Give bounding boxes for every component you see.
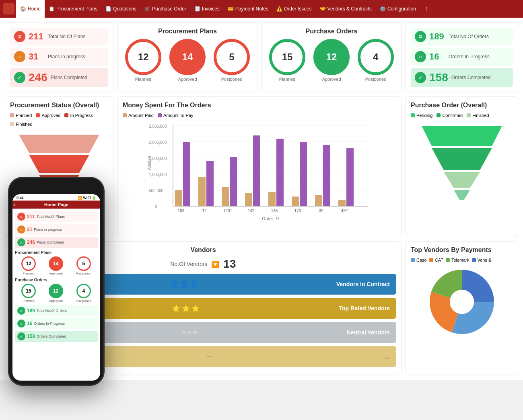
plans-progress-icon: ○ [14, 51, 25, 62]
top-vendors-legend: Caso CAT Telemark Vens & [411, 258, 513, 262]
legend-finished: Finished [10, 122, 33, 127]
phone-po-approved-circle: 12 Approved [49, 284, 63, 303]
bar-432-topay [346, 148, 354, 206]
cat-dot [429, 258, 433, 262]
vens-legend: Vens & [472, 258, 492, 262]
nav-item-invoices[interactable]: 🧾 Invoices [190, 0, 224, 18]
phone-total-plans: ≡ 211 Total No.Of Plans [15, 211, 98, 222]
caso-legend: Caso [411, 258, 427, 262]
plans-completed-row: ✓ 246 Plans Completed [10, 68, 108, 87]
po-postponed-circle: 4 [358, 39, 394, 75]
vendors-icon: 🤝 [320, 6, 326, 12]
phone-po-postponed-circle: 4 Postponed [76, 284, 91, 303]
svg-text:32: 32 [319, 209, 323, 213]
money-chart-legend: Amount Paid Amount To Pay [123, 113, 396, 118]
total-orders-icon: ≡ [415, 31, 426, 42]
bar-12-paid [198, 177, 206, 206]
approved-label: Approved [178, 77, 197, 82]
plans-in-progress-row: ○ 31 Plans in progress [10, 48, 108, 66]
planned-circle-item: 12 Planned [125, 39, 161, 82]
bar-32-topay [323, 145, 330, 206]
orders-progress-icon: ○ [415, 51, 426, 62]
nav-item-configuration[interactable]: ⚙️ Configuration [376, 0, 420, 18]
quotations-icon: 📄 [105, 6, 111, 12]
phone-content: ≡ 211 Total No.Of Plans ○ 31 Plans in pr… [12, 209, 100, 346]
caso-dot [411, 258, 415, 262]
phone-back-icon[interactable]: ‹ [13, 201, 15, 208]
total-plans-row: ≡ 211 Total No.Of Plans [10, 28, 108, 45]
nav-item-vendors-contracts[interactable]: 🤝 Vendors & Contracts [316, 0, 376, 18]
nav-item-home[interactable]: 🏠 Home [16, 0, 45, 18]
bar-103-paid [175, 190, 182, 206]
postponed-circle-item: 5 Postponed [214, 39, 250, 82]
bar-145-paid [268, 192, 276, 206]
orders-in-progress-row: ○ 16 Orders In-Progress [411, 48, 513, 66]
phone-screen: 9:41 📶 WiFi 🔋 ‹ Home Page ≡ 211 Total No… [12, 194, 100, 381]
phone-mockup: 9:41 📶 WiFi 🔋 ‹ Home Page ≡ 211 Total No… [8, 177, 105, 386]
planned-circle: 12 [125, 39, 161, 75]
phone-po-planned-circle: 15 Planned [21, 284, 36, 303]
total-plans-icon: ≡ [14, 31, 25, 42]
bar-173-paid [292, 197, 299, 206]
purchase-order-overall-title: Purchase Order (Overall) [411, 102, 513, 109]
telemark-legend: Telemark [446, 258, 469, 262]
nav-item-order-issues[interactable]: ⚠️ Order Issues [272, 0, 316, 18]
phone-approved-circle: 14 Approved [49, 256, 63, 275]
po-approved-circle: 12 [313, 39, 350, 75]
phone-plans-completed: ✓ 246 Plans Completed [15, 237, 98, 248]
orders-completed-icon: ✓ [415, 72, 426, 83]
procurement-plans-circles: Procurement Plans 12 Planned 14 Approved [117, 23, 257, 92]
po-approved-circle-item: 12 Approved [313, 39, 350, 82]
amount-to-pay-dot [158, 113, 162, 117]
nav-item-payment-notes[interactable]: 💳 Payment Notes [224, 0, 272, 18]
top-navigation: 🏠 Home 📋 Procurement Plans 📄 Quotations … [0, 0, 523, 18]
po-pending-legend: Pending [411, 113, 432, 118]
bar-chart-svg: 2,500,000 2,000,000 1,500,000 1,000,000 … [123, 122, 396, 230]
bar-432-paid [338, 200, 346, 206]
funnel-level-2 [29, 155, 89, 173]
purchase-circles-row: 15 Planned 12 Approved 4 Po [267, 39, 396, 82]
order-issues-icon: ⚠️ [276, 6, 282, 12]
plans-completed-icon: ✓ [14, 72, 25, 83]
approved-dot [36, 113, 40, 117]
nav-item-more[interactable]: ⋮ [420, 0, 433, 18]
po-planned-label: Planned [279, 77, 295, 82]
legend-in-progress: In Progress [64, 113, 93, 118]
vendors-count-label: No.Of Vendors [171, 261, 208, 267]
phone-status-bar: 9:41 📶 WiFi 🔋 [12, 194, 100, 201]
configuration-icon: ⚙️ [380, 6, 386, 12]
phone-orders-circles: 15 Planned 12 Approved 4 Po [15, 284, 98, 303]
nav-item-quotations[interactable]: 📄 Quotations [101, 0, 140, 18]
po-funnel-svg [418, 122, 506, 202]
bar-1231-topay [230, 157, 237, 206]
po-planned-circle: 15 [269, 39, 305, 75]
amount-paid-dot [123, 113, 127, 117]
nav-item-procurement-plans[interactable]: 📋 Procurement Plans [45, 0, 101, 18]
bar-142-paid [245, 193, 252, 206]
phone-orders-progress: ○ 16 Orders In-Progress [15, 318, 98, 329]
phone-orders-completed: ✓ 158 Orders Completed [15, 331, 98, 342]
svg-text:103: 103 [178, 209, 185, 213]
total-plans-number: 211 [29, 31, 45, 42]
pending-dot [411, 113, 415, 117]
approved-circle: 14 [169, 39, 206, 75]
legend-approved: Approved [36, 113, 60, 118]
finished-dot [10, 122, 14, 126]
vendors-count: 13 [223, 258, 236, 270]
svg-text:145: 145 [271, 209, 278, 213]
nav-item-purchase-order[interactable]: 🛒 Purchase Order [140, 0, 190, 18]
phone-total-orders: ≡ 189 Total No.Of Orders [15, 305, 98, 316]
plans-in-progress-number: 31 [29, 51, 45, 62]
svg-text:432: 432 [341, 209, 348, 213]
total-orders-label: Total No.Of Orders [449, 34, 489, 39]
home-icon: 🏠 [20, 6, 26, 12]
plans-completed-label: Plans Completed [51, 75, 87, 80]
legend-planned: Planned [10, 113, 32, 118]
purchase-order-circles: Purchase Orders 15 Planned 12 Approved [262, 23, 402, 92]
po-postponed-circle-item: 4 Postponed [358, 39, 394, 82]
phone-planned-circle: 12 Planned [21, 256, 36, 275]
nav-logo [3, 3, 14, 14]
svg-text:173: 173 [294, 209, 301, 213]
vendors-filter-icon[interactable]: 🔽 [211, 260, 219, 268]
plans-completed-number: 246 [29, 71, 47, 84]
